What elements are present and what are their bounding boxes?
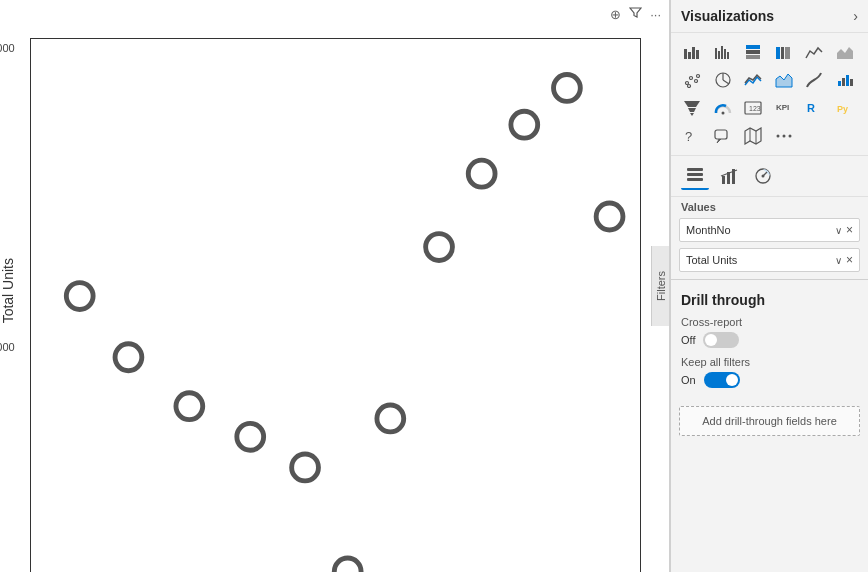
viz-clustered-bar-icon[interactable] [710, 39, 736, 65]
keep-filters-label: Keep all filters [681, 356, 858, 368]
svg-rect-13 [688, 52, 691, 59]
svg-point-7 [426, 234, 453, 261]
svg-rect-39 [846, 75, 849, 86]
viz-card-icon[interactable]: 123 [740, 95, 766, 121]
svg-rect-60 [722, 176, 725, 184]
svg-rect-26 [785, 47, 790, 59]
svg-marker-43 [690, 113, 694, 116]
viz-funnel-icon[interactable] [679, 95, 705, 121]
viz-gauge-icon[interactable] [710, 95, 736, 121]
viz-icons-grid: 123 KPI R Py ? [671, 33, 868, 156]
fields-tool-icon[interactable] [681, 162, 709, 190]
viz-area2-icon[interactable] [771, 67, 797, 93]
format-tool-icon[interactable] [715, 162, 743, 190]
svg-text:123: 123 [749, 105, 761, 112]
viz-map-icon[interactable] [740, 123, 766, 149]
viz-qanda-icon[interactable]: ? [679, 123, 705, 149]
viz-scatter-icon[interactable] [679, 67, 705, 93]
viz-bar-icon[interactable] [679, 39, 705, 65]
viz-more-icon[interactable] [771, 123, 797, 149]
svg-point-4 [292, 454, 319, 481]
drill-through-fields-dropzone[interactable]: Add drill-through fields here [679, 406, 860, 436]
panel-title: Visualizations [681, 8, 774, 24]
cross-report-row: Cross-report Off [681, 316, 858, 348]
svg-point-3 [237, 423, 264, 450]
keep-filters-toggle-row: On [681, 372, 858, 388]
field-pill-totalunits-text: Total Units [686, 254, 835, 266]
cross-report-slider [703, 332, 739, 348]
filter-icon[interactable] [629, 6, 642, 22]
field-pill-monthno[interactable]: MonthNo ∨ × [679, 218, 860, 242]
close-icon[interactable]: × [846, 253, 853, 267]
tools-row [671, 156, 868, 197]
svg-point-65 [762, 175, 765, 178]
svg-marker-27 [837, 47, 853, 59]
analytics-tool-icon[interactable] [749, 162, 777, 190]
y-tick: 100000 [0, 341, 15, 353]
svg-rect-51 [715, 130, 727, 139]
svg-point-32 [697, 75, 700, 78]
chart-content: Total Units 140000 100000 60000 [0, 28, 651, 554]
more-icon[interactable]: ··· [650, 7, 661, 22]
viz-ribbon-icon[interactable] [801, 67, 827, 93]
svg-point-0 [66, 283, 93, 310]
keep-filters-state: On [681, 374, 696, 386]
svg-rect-18 [721, 46, 723, 59]
svg-rect-21 [746, 45, 760, 49]
svg-point-1 [115, 344, 142, 371]
svg-text:R: R [807, 102, 815, 114]
field-pill-monthno-text: MonthNo [686, 224, 835, 236]
svg-point-6 [377, 405, 404, 432]
chevron-down-icon[interactable]: ∨ [835, 225, 842, 236]
viz-line-icon[interactable] [801, 39, 827, 65]
panel-chevron[interactable]: › [853, 8, 858, 24]
panel-header: Visualizations › [671, 0, 868, 33]
svg-point-29 [690, 77, 693, 80]
viz-r-icon[interactable]: R [801, 95, 827, 121]
svg-rect-37 [838, 81, 841, 86]
viz-stacked-bar-icon[interactable] [740, 39, 766, 65]
svg-rect-12 [684, 49, 687, 59]
drill-through-title: Drill through [681, 292, 858, 308]
panel-divider [671, 279, 868, 280]
viz-pie-icon[interactable] [710, 67, 736, 93]
keep-filters-row: Keep all filters On [681, 356, 858, 388]
viz-line2-icon[interactable] [740, 67, 766, 93]
cross-report-toggle[interactable] [703, 332, 739, 348]
svg-rect-15 [696, 50, 699, 59]
svg-rect-17 [718, 51, 720, 59]
svg-rect-25 [781, 47, 784, 59]
keep-filters-toggle[interactable] [704, 372, 740, 388]
close-icon[interactable]: × [846, 223, 853, 237]
svg-rect-14 [692, 47, 695, 59]
svg-point-44 [721, 112, 724, 115]
viz-waterfall-icon[interactable] [832, 67, 858, 93]
field-pill-totalunits[interactable]: Total Units ∨ × [679, 248, 860, 272]
cross-report-toggle-row: Off [681, 332, 858, 348]
drill-through-section: Drill through Cross-report Off Keep all … [671, 284, 868, 400]
chart-inner: 140000 100000 60000 [20, 28, 651, 554]
viz-kpi-icon[interactable]: KPI [771, 95, 797, 121]
chart-area: ⊕ ··· Total Units 140000 100000 60000 [0, 0, 670, 572]
svg-rect-40 [850, 79, 853, 86]
svg-rect-38 [842, 78, 845, 86]
field-pill-totalunits-actions: ∨ × [835, 253, 853, 267]
svg-rect-23 [746, 55, 760, 59]
svg-text:?: ? [685, 129, 692, 144]
pin-icon[interactable]: ⊕ [610, 7, 621, 22]
svg-rect-58 [687, 173, 703, 176]
filters-tab[interactable]: Filters [651, 246, 669, 326]
viz-py-icon[interactable]: Py [832, 95, 858, 121]
viz-100bar-icon[interactable] [771, 39, 797, 65]
chevron-down-icon[interactable]: ∨ [835, 255, 842, 266]
cross-report-label: Cross-report [681, 316, 858, 328]
values-label: Values [671, 197, 868, 215]
svg-rect-57 [687, 168, 703, 171]
svg-marker-41 [684, 101, 700, 107]
svg-line-35 [723, 80, 729, 84]
viz-chat-icon[interactable] [710, 123, 736, 149]
svg-rect-19 [724, 49, 726, 59]
svg-point-54 [776, 135, 779, 138]
svg-point-8 [468, 160, 495, 187]
viz-area-icon[interactable] [832, 39, 858, 65]
